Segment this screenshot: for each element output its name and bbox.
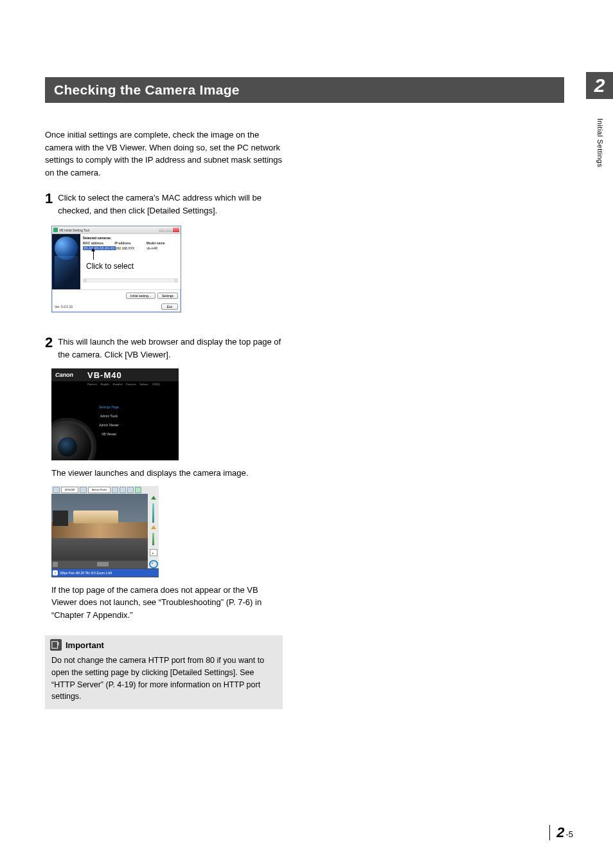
important-label: Important: [66, 640, 104, 650]
col-model: Model name: [147, 241, 178, 245]
initial-setting-button[interactable]: Initial setting...: [126, 293, 155, 299]
version-label: Ver. 5.0.0.19: [55, 305, 73, 309]
toolbar-icon[interactable]: [127, 487, 134, 493]
toolbar-icon[interactable]: [120, 487, 126, 493]
step-number: 2: [45, 336, 53, 350]
toolbar-icon[interactable]: [80, 487, 87, 493]
status-bar: i 30fps Pan:-80.25 Tilt:-9.5 Zoom:1.66: [51, 569, 159, 577]
exit-button[interactable]: Exit: [161, 303, 178, 310]
important-note: ! Important Do not change the camera HTT…: [45, 635, 283, 709]
after-fig2-text: The viewer launches and displays the cam…: [51, 467, 276, 480]
admin-viewer-link[interactable]: Admin Viewer: [91, 422, 127, 428]
camera-icon[interactable]: [53, 562, 58, 567]
admin-tools-link[interactable]: Admin Tools: [91, 413, 127, 419]
up-icon[interactable]: [151, 496, 156, 500]
model-label: VB-M40: [87, 370, 122, 380]
figure-initial-setting-tool: VB Initial Setting Tool Detected cameras…: [51, 226, 328, 312]
col-mac: MAC address: [83, 241, 114, 245]
step-1: 1 Click to select the camera's MAC addre…: [45, 192, 283, 217]
toolbar-icon[interactable]: [112, 487, 118, 493]
tool-icon[interactable]: ▸: [150, 549, 157, 556]
toolbar-icon[interactable]: [135, 487, 141, 493]
list-header: Detected cameras:: [83, 236, 178, 240]
info-icon: i: [53, 570, 58, 575]
toolbar-icon[interactable]: [53, 487, 60, 493]
after-fig3-text: If the top page of the camera does not a…: [51, 584, 276, 622]
page-number: 2 - 5: [549, 824, 573, 841]
window-title: VB Initial Setting Tool: [59, 228, 158, 232]
target-icon[interactable]: [149, 560, 158, 568]
lens-icon: [51, 418, 96, 460]
section-heading: Checking the Camera Image: [45, 77, 564, 103]
step-text: Click to select the camera's MAC address…: [58, 192, 283, 217]
canon-logo: Canon: [55, 372, 73, 378]
vb-viewer-link[interactable]: VB Viewer: [91, 431, 127, 437]
app-icon: [53, 228, 58, 232]
step-2: 2 This will launch the web browser and d…: [45, 336, 283, 361]
step-number: 1: [45, 192, 53, 206]
size-select[interactable]: 320x240: [61, 487, 78, 493]
video-preview[interactable]: [51, 494, 148, 568]
svg-text:!: !: [58, 641, 60, 647]
settings-page-link[interactable]: Settings Page: [91, 404, 127, 410]
table-row[interactable]: XX-XX-XX-XX-XX-XX 192.168.XXX vb-m40: [83, 246, 178, 250]
arrow-up-icon: [93, 251, 94, 260]
window-control-icons: [158, 228, 179, 233]
figure-vb-viewer: 320x240 Actual Pixels ▸ i: [51, 486, 159, 577]
step-text: This will launch the web browser and dis…: [58, 336, 283, 361]
scrollbar[interactable]: [83, 278, 178, 283]
intro-paragraph: Once initial settings are complete, chec…: [45, 129, 283, 179]
col-ip: IP address: [114, 241, 146, 245]
pixels-select[interactable]: Actual Pixels: [88, 487, 111, 493]
slider[interactable]: [152, 533, 154, 545]
figure-camera-top-page: Canon VB-M40 Deutsch English Español Fra…: [51, 368, 179, 460]
callout-click-to-select: Click to select: [86, 262, 178, 271]
chapter-tab: 2: [586, 72, 613, 99]
important-body: Do not change the camera HTTP port from …: [45, 655, 283, 703]
settings-button[interactable]: Settings: [157, 293, 178, 299]
language-links: Deutsch English Español Français Italian…: [51, 381, 179, 386]
side-label: Initial Settings: [596, 118, 604, 167]
slider[interactable]: [152, 503, 154, 523]
marker-icon[interactable]: [151, 525, 156, 529]
important-icon: !: [50, 639, 62, 651]
svg-rect-0: [52, 642, 58, 649]
